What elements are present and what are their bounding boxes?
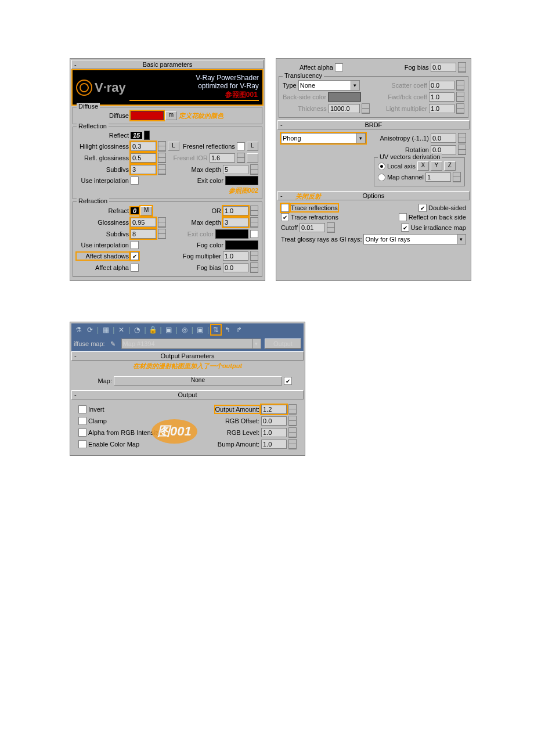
hilight-l-button[interactable]: L	[168, 142, 179, 151]
hilight-input[interactable]	[131, 142, 156, 151]
cutoff-input[interactable]	[300, 223, 325, 232]
options-collapse-icon[interactable]: -	[280, 192, 283, 199]
refl-interp-checkbox[interactable]	[131, 177, 139, 185]
tool-sphere-icon[interactable]: ◔	[132, 325, 142, 334]
r-affectalpha-checkbox[interactable]	[335, 63, 343, 71]
map-none-button[interactable]: None	[114, 376, 282, 386]
refr-gloss-spinner[interactable]	[158, 217, 166, 228]
eyedropper-icon[interactable]: ✎	[109, 339, 118, 348]
brdf-collapse-icon[interactable]: -	[280, 121, 283, 128]
refl-subdivs-spinner[interactable]	[158, 164, 166, 175]
fwd-spinner[interactable]	[456, 92, 464, 102]
enable-colormap-checkbox[interactable]	[78, 440, 86, 448]
rgboff-spinner[interactable]	[288, 416, 297, 426]
scatter-input[interactable]	[429, 81, 454, 90]
map-name-select[interactable]: Map #1394	[121, 339, 261, 349]
tool-parent-icon[interactable]: ↰	[223, 325, 232, 334]
scatter-spinner[interactable]	[456, 80, 464, 91]
ior-spinner[interactable]	[250, 206, 258, 216]
refl-maxdepth-spinner[interactable]	[250, 164, 258, 175]
trans-type-select[interactable]: None	[298, 80, 360, 91]
local-axis-radio[interactable]	[378, 163, 385, 170]
tool-icon-3[interactable]: ▦	[101, 325, 110, 334]
fwd-input[interactable]	[429, 92, 454, 102]
ior-input[interactable]	[223, 206, 248, 215]
clamp-checkbox[interactable]	[78, 417, 86, 425]
trace-refl-checkbox[interactable]	[281, 204, 289, 212]
tool-icon-8[interactable]: ◎	[180, 325, 189, 334]
rgblvl-spinner[interactable]	[288, 427, 297, 438]
r-fogbias-spinner[interactable]	[458, 62, 466, 73]
axis-y-button[interactable]: Y	[431, 161, 442, 171]
light-spinner[interactable]	[456, 103, 464, 114]
refr-maxdepth-input[interactable]	[223, 218, 248, 227]
treat-select[interactable]: Only for GI rays	[363, 234, 466, 244]
fogcolor[interactable]	[225, 240, 258, 250]
light-input[interactable]	[429, 104, 454, 113]
reflgloss-input[interactable]	[131, 153, 156, 163]
fresnel-checkbox[interactable]	[237, 142, 245, 150]
fogbias-input[interactable]	[223, 263, 248, 272]
refl-subdivs-input[interactable]	[131, 165, 156, 174]
refr-exitcolor-checkbox[interactable]	[250, 230, 258, 238]
fogbias-spinner[interactable]	[250, 262, 258, 273]
tool-icon-9[interactable]: ▣	[196, 325, 205, 334]
aniso-input[interactable]	[431, 134, 456, 143]
cutoff-spinner[interactable]	[327, 222, 335, 233]
fresnelior-spinner[interactable]	[237, 153, 245, 163]
mapch-spinner[interactable]	[453, 172, 461, 182]
aniso-spinner[interactable]	[458, 133, 466, 143]
output-collapse-icon[interactable]: -	[74, 391, 77, 398]
refract-map-button[interactable]: M	[140, 206, 152, 215]
tool-sibling-icon[interactable]: ↱	[234, 325, 244, 334]
bump-spinner[interactable]	[288, 439, 297, 449]
fogmult-input[interactable]	[223, 251, 248, 261]
bump-input[interactable]	[261, 440, 287, 449]
invert-checkbox[interactable]	[78, 405, 86, 413]
tool-icon-7[interactable]: ▣	[164, 325, 174, 334]
refl-back-checkbox[interactable]	[399, 213, 407, 221]
reflgloss-spinner[interactable]	[158, 153, 166, 163]
brdf-type-select[interactable]: Phong	[281, 133, 366, 143]
rgblvl-input[interactable]	[261, 428, 287, 437]
tool-lock-icon[interactable]: 🔒	[149, 325, 158, 334]
fresnelior-map[interactable]	[247, 153, 258, 163]
map-enable-checkbox[interactable]: ✔	[284, 377, 292, 385]
axis-x-button[interactable]: X	[417, 161, 429, 171]
collapse-icon[interactable]: -	[74, 61, 77, 68]
affectalpha-checkbox[interactable]	[131, 264, 139, 272]
fresnel-l-button[interactable]: L	[247, 142, 258, 151]
fresnelior-input[interactable]	[210, 153, 235, 163]
refl-maxdepth-input[interactable]	[223, 165, 248, 174]
refr-subdivs-input[interactable]	[131, 229, 156, 239]
fogmult-spinner[interactable]	[250, 251, 258, 261]
thick-spinner[interactable]	[362, 103, 370, 114]
mapch-radio[interactable]	[378, 174, 385, 181]
r-fogbias-input[interactable]	[431, 63, 456, 72]
tool-nav-icon[interactable]: ⇅	[211, 325, 221, 334]
reflect-color[interactable]	[144, 131, 150, 140]
rgboff-input[interactable]	[261, 416, 287, 426]
refr-exitcolor[interactable]	[215, 229, 248, 239]
axis-z-button[interactable]: Z	[444, 161, 456, 171]
thick-input[interactable]	[329, 104, 360, 113]
outamt-spinner[interactable]	[288, 404, 297, 415]
refr-maxdepth-spinner[interactable]	[250, 217, 258, 228]
outamt-input[interactable]	[261, 405, 287, 414]
tool-icon-1[interactable]: ⚗	[74, 325, 83, 334]
hilight-spinner[interactable]	[158, 141, 166, 152]
diffuse-map-button[interactable]: m	[165, 111, 177, 120]
backside-color[interactable]	[328, 92, 361, 102]
use-irr-checkbox[interactable]: ✔	[401, 224, 409, 232]
output-type-button[interactable]: Output	[265, 339, 301, 349]
affectshadows-checkbox[interactable]: ✔	[131, 252, 139, 260]
refl-exitcolor[interactable]	[225, 176, 258, 185]
diffuse-color[interactable]	[131, 111, 164, 120]
alpha-checkbox[interactable]	[78, 429, 86, 437]
outparam-collapse-icon[interactable]: -	[74, 352, 77, 359]
refr-interp-checkbox[interactable]	[131, 241, 139, 249]
tool-icon-2[interactable]: ⟳	[85, 325, 95, 334]
tool-delete-icon[interactable]: ✕	[117, 325, 126, 334]
mapch-input[interactable]	[425, 172, 451, 182]
double-sided-checkbox[interactable]: ✔	[418, 204, 427, 212]
